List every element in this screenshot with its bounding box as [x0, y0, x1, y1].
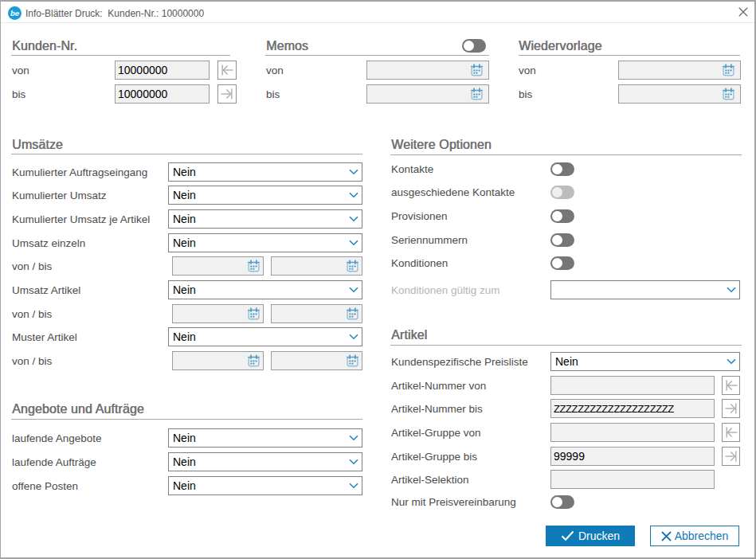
svg-text:be: be	[10, 9, 20, 18]
